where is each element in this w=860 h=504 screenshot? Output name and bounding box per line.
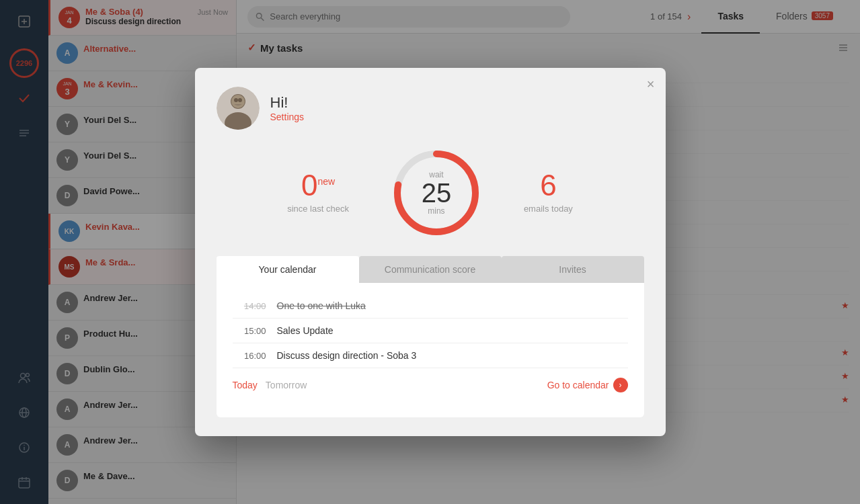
tomorrow-link[interactable]: Tomorrow	[266, 380, 307, 390]
event-time: 14:00	[233, 301, 266, 311]
svg-point-26	[231, 95, 245, 108]
stats-row: 0new since last check wait 25 mins 6	[217, 146, 644, 240]
go-to-calendar-button[interactable]: Go to calendar ›	[547, 378, 628, 392]
calendar-footer: Today Tomorrow Go to calendar ›	[233, 368, 628, 392]
svg-point-28	[238, 98, 242, 102]
svg-point-27	[234, 98, 238, 102]
tab-communication-score[interactable]: Communication score	[359, 256, 502, 283]
today-link[interactable]: Today	[233, 380, 258, 390]
event-time: 15:00	[233, 326, 266, 336]
modal-overlay: × Hi! Settings	[0, 0, 860, 504]
tab-invites[interactable]: Invites	[502, 256, 644, 283]
since-label: since last check	[287, 203, 349, 215]
calendar-event: 15:00 Sales Update	[233, 319, 628, 343]
modal-greeting: Hi!	[270, 94, 305, 112]
wait-timer: wait 25 mins	[389, 146, 483, 240]
modal-header: Hi! Settings	[217, 87, 644, 130]
tab-your-calendar[interactable]: Your calendar	[217, 256, 359, 283]
mins-label: mins	[422, 206, 452, 216]
user-avatar	[217, 87, 260, 130]
calendar-section: Your calendar Communication score Invite…	[217, 256, 644, 417]
calendar-content: 14:00 One to one with Luka 15:00 Sales U…	[217, 283, 644, 417]
calendar-event: 14:00 One to one with Luka	[233, 294, 628, 319]
mins-value: 25	[422, 179, 452, 206]
avatar-image	[217, 87, 260, 130]
event-title: Sales Update	[277, 325, 334, 336]
event-title: One to one with Luka	[277, 300, 366, 311]
event-time: 16:00	[233, 351, 266, 361]
modal: × Hi! Settings	[195, 68, 666, 436]
modal-close-button[interactable]: ×	[647, 77, 655, 91]
goto-arrow-icon: ›	[613, 378, 628, 392]
settings-link[interactable]: Settings	[270, 112, 305, 122]
emails-label: emails today	[524, 203, 573, 215]
emails-count: 6	[524, 171, 573, 200]
new-label: new	[317, 176, 335, 187]
new-count: 0	[301, 169, 317, 202]
calendar-event: 16:00 Discuss design direction - Soba 3	[233, 343, 628, 368]
calendar-tabs: Your calendar Communication score Invite…	[217, 256, 644, 283]
new-emails-stat: 0new since last check	[287, 171, 349, 215]
event-title: Discuss design direction - Soba 3	[277, 350, 417, 361]
emails-today-stat: 6 emails today	[524, 171, 573, 215]
